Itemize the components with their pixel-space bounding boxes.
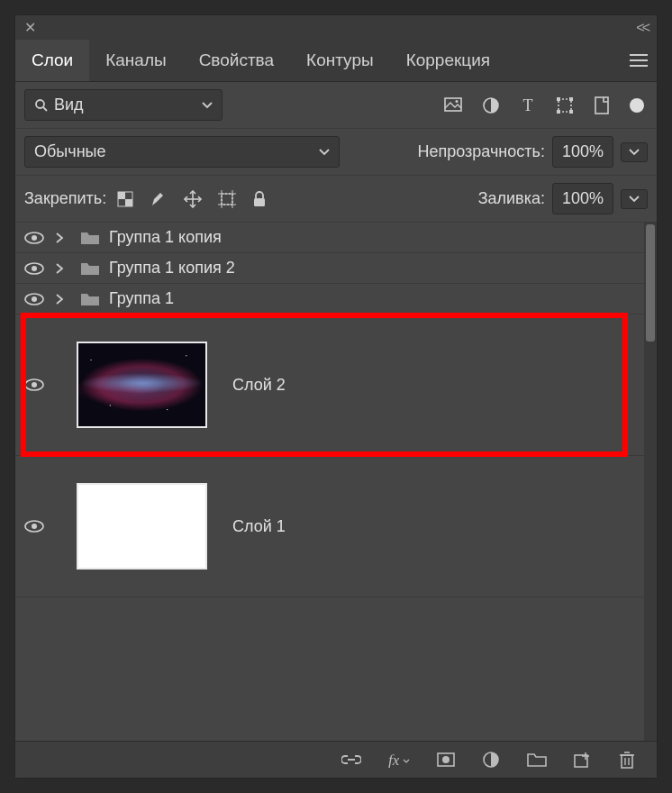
layer-name[interactable]: Группа 1 копия 2 <box>109 259 235 278</box>
lock-transparency-icon[interactable] <box>117 191 133 207</box>
svg-rect-43 <box>622 755 632 768</box>
layer-filter-dropdown[interactable]: Вид <box>24 89 222 121</box>
panel-titlebar: ✕ << <box>15 15 657 40</box>
layer-thumbnail[interactable] <box>77 483 207 570</box>
delete-layer-icon[interactable] <box>619 751 635 769</box>
svg-point-3 <box>36 100 44 108</box>
layer-group-row[interactable]: Группа 1 <box>15 284 644 314</box>
new-group-icon[interactable] <box>527 752 547 768</box>
visibility-toggle[interactable] <box>23 520 46 533</box>
lock-artboard-icon[interactable] <box>218 190 236 208</box>
lock-position-icon[interactable] <box>184 190 202 208</box>
svg-rect-5 <box>445 98 461 111</box>
panel-tabs: Слои Каналы Свойства Контуры Коррекция <box>15 40 657 82</box>
tab-layers[interactable]: Слои <box>15 40 89 81</box>
layer-name[interactable]: Слой 1 <box>232 517 286 536</box>
panel-menu-icon[interactable] <box>621 40 657 81</box>
fill-label: Заливка: <box>478 189 545 208</box>
visibility-toggle[interactable] <box>23 378 46 391</box>
lock-pixels-icon[interactable] <box>150 190 168 208</box>
layer-thumbnail[interactable] <box>77 342 207 428</box>
lock-row: Закрепить: Заливка: 100% <box>15 176 657 223</box>
layers-scrollbar[interactable] <box>644 223 657 741</box>
layer-name[interactable]: Группа 1 <box>109 289 174 308</box>
filter-smartobject-icon[interactable] <box>594 96 610 114</box>
opacity-label: Непрозрачность: <box>418 142 545 161</box>
search-icon <box>34 98 49 113</box>
svg-point-35 <box>32 524 37 529</box>
opacity-value[interactable]: 100% <box>552 136 613 168</box>
expand-toggle[interactable] <box>55 232 71 243</box>
layer-mask-icon[interactable] <box>437 752 455 767</box>
layer-image-row[interactable]: Слой 2 <box>15 314 644 456</box>
layer-image-row[interactable]: Слой 1 <box>15 456 644 597</box>
svg-rect-16 <box>118 192 125 199</box>
blend-mode-dropdown[interactable]: Обычные <box>24 136 340 168</box>
svg-rect-11 <box>569 97 573 101</box>
lock-label: Закрепить: <box>24 189 106 208</box>
folder-icon <box>80 260 100 277</box>
layer-style-icon[interactable]: fx <box>388 752 410 768</box>
folder-icon <box>80 230 100 246</box>
svg-point-29 <box>32 266 37 271</box>
lock-all-icon[interactable] <box>252 191 267 207</box>
new-layer-icon[interactable] <box>574 752 592 768</box>
blend-mode-value: Обычные <box>34 142 106 161</box>
chevron-down-icon <box>319 149 330 156</box>
fill-dropdown-button[interactable] <box>621 189 648 209</box>
layers-list: Группа 1 копия Группа 1 копия 2 Группа 1 <box>15 223 657 741</box>
svg-rect-25 <box>254 198 265 206</box>
expand-toggle[interactable] <box>55 294 71 305</box>
filter-pixel-icon[interactable] <box>444 97 462 114</box>
layer-group-row[interactable]: Группа 1 копия <box>15 223 644 253</box>
filter-label: Вид <box>54 96 84 114</box>
svg-point-31 <box>32 296 37 302</box>
visibility-toggle[interactable] <box>23 232 46 244</box>
layers-panel: ✕ << Слои Каналы Свойства Контуры Коррек… <box>14 14 658 779</box>
expand-toggle[interactable] <box>55 263 71 274</box>
svg-point-27 <box>32 235 37 241</box>
link-layers-icon[interactable] <box>341 753 361 766</box>
svg-rect-17 <box>125 199 132 206</box>
svg-point-38 <box>442 756 450 763</box>
svg-text:fx: fx <box>388 752 400 768</box>
svg-rect-12 <box>557 110 560 114</box>
svg-point-6 <box>456 100 459 103</box>
svg-rect-10 <box>557 97 560 101</box>
scrollbar-thumb[interactable] <box>646 224 655 342</box>
close-icon[interactable]: ✕ <box>24 19 36 36</box>
filter-shape-icon[interactable] <box>556 96 574 114</box>
fill-value[interactable]: 100% <box>552 183 613 214</box>
svg-rect-13 <box>569 110 573 114</box>
layer-name[interactable]: Слой 2 <box>232 376 286 395</box>
blend-row: Обычные Непрозрачность: 100% <box>15 129 657 176</box>
visibility-toggle[interactable] <box>23 262 46 275</box>
opacity-dropdown-button[interactable] <box>621 142 648 162</box>
svg-text:T: T <box>523 97 533 114</box>
svg-point-33 <box>32 382 37 387</box>
folder-icon <box>80 291 100 307</box>
filter-toggle[interactable] <box>630 98 644 113</box>
filter-type-icon[interactable]: T <box>520 97 536 114</box>
visibility-toggle[interactable] <box>23 293 46 305</box>
layer-name[interactable]: Группа 1 копия <box>109 228 222 247</box>
chevron-down-icon <box>202 102 213 109</box>
filter-row: Вид T <box>15 82 657 129</box>
layers-footer: fx <box>15 741 657 778</box>
tab-channels[interactable]: Каналы <box>89 40 182 81</box>
tab-paths[interactable]: Контуры <box>290 40 390 81</box>
collapse-icon[interactable]: << <box>636 20 648 36</box>
svg-line-4 <box>43 107 47 111</box>
svg-rect-20 <box>222 194 232 205</box>
layer-group-row[interactable]: Группа 1 копия 2 <box>15 253 644 284</box>
adjustment-layer-icon[interactable] <box>482 751 500 769</box>
svg-rect-14 <box>595 97 608 114</box>
svg-rect-9 <box>558 99 571 112</box>
tab-adjustments[interactable]: Коррекция <box>390 40 506 81</box>
filter-adjustment-icon[interactable] <box>482 96 500 114</box>
tab-properties[interactable]: Свойства <box>183 40 290 81</box>
